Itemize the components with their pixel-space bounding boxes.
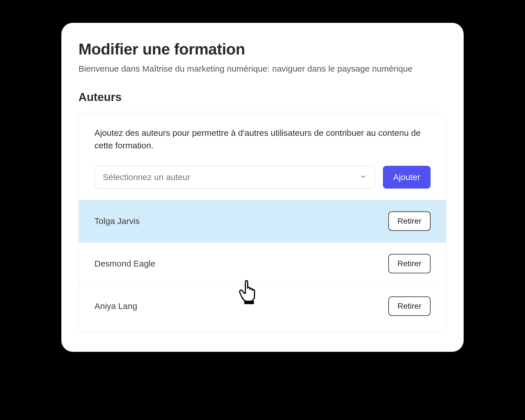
add-author-button[interactable]: Ajouter bbox=[383, 166, 431, 189]
author-name: Desmond Eagle bbox=[94, 259, 155, 268]
edit-course-card: Modifier une formation Bienvenue dans Ma… bbox=[61, 23, 464, 352]
author-name: Aniya Lang bbox=[94, 301, 137, 311]
author-name: Tolga Jarvis bbox=[94, 216, 140, 226]
authors-box: Ajoutez des auteurs pour permettre à d'a… bbox=[78, 112, 447, 332]
author-select[interactable] bbox=[94, 166, 375, 189]
page-title: Modifier une formation bbox=[78, 40, 447, 58]
remove-author-button[interactable]: Retirer bbox=[388, 211, 431, 231]
author-select-wrapper bbox=[94, 166, 375, 189]
page-subtitle: Bienvenue dans Maîtrise du marketing num… bbox=[78, 64, 447, 74]
author-list: Tolga Jarvis Retirer Desmond Eagle Retir… bbox=[79, 200, 446, 332]
authors-section-title: Auteurs bbox=[78, 91, 447, 104]
author-row[interactable]: Tolga Jarvis Retirer bbox=[79, 200, 446, 243]
author-row[interactable]: Aniya Lang Retirer bbox=[79, 285, 446, 332]
remove-author-button[interactable]: Retirer bbox=[388, 254, 431, 273]
authors-help-text: Ajoutez des auteurs pour permettre à d'a… bbox=[94, 127, 431, 152]
author-select-row: Ajouter bbox=[94, 166, 431, 189]
remove-author-button[interactable]: Retirer bbox=[388, 296, 431, 316]
author-row[interactable]: Desmond Eagle Retirer bbox=[79, 243, 446, 285]
